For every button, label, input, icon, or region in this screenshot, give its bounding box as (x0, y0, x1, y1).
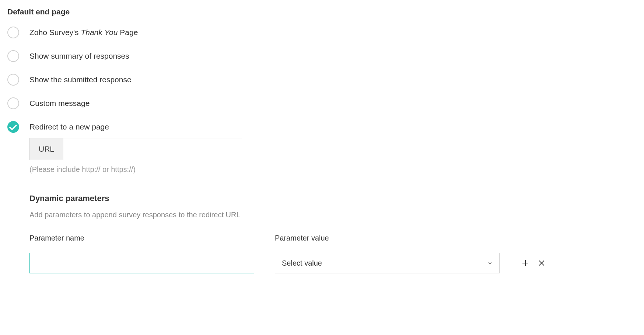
remove-param-button[interactable] (536, 258, 547, 268)
radio-option-submitted[interactable]: Show the submitted response (7, 74, 637, 86)
radio-label: Show the submitted response (29, 75, 132, 84)
radio-icon (7, 50, 19, 62)
radio-label: Redirect to a new page (29, 122, 109, 131)
radio-icon (7, 27, 19, 38)
radio-icon (7, 97, 19, 109)
url-input[interactable] (63, 138, 243, 160)
param-value-select[interactable]: Select value (275, 253, 500, 273)
radio-option-redirect[interactable]: Redirect to a new page (7, 121, 637, 133)
radio-icon-selected (7, 121, 19, 133)
close-icon (538, 259, 546, 267)
label-prefix: Zoho Survey's (29, 28, 81, 37)
section-title: Default end page (7, 7, 637, 16)
dynamic-params-desc: Add parameters to append survey response… (29, 211, 637, 219)
select-placeholder: Select value (282, 259, 322, 267)
radio-label: Custom message (29, 99, 90, 108)
chevron-down-icon (487, 260, 493, 266)
label-suffix: Page (118, 28, 138, 37)
url-hint: (Please include http:// or https://) (29, 165, 637, 174)
add-param-button[interactable] (520, 258, 531, 268)
param-row: Parameter name Parameter value Select va… (29, 234, 637, 273)
dynamic-params-title: Dynamic parameters (29, 194, 637, 203)
radio-icon (7, 74, 19, 86)
radio-option-thank-you[interactable]: Zoho Survey's Thank You Page (7, 27, 637, 38)
radio-label: Show summary of responses (29, 52, 129, 61)
radio-option-summary[interactable]: Show summary of responses (7, 50, 637, 62)
radio-option-custom[interactable]: Custom message (7, 97, 637, 109)
param-value-label: Parameter value (275, 234, 500, 242)
url-field-group: URL (29, 138, 243, 160)
url-prefix-label: URL (30, 138, 63, 160)
plus-icon (521, 259, 530, 267)
radio-label: Zoho Survey's Thank You Page (29, 28, 138, 37)
param-name-label: Parameter name (29, 234, 254, 242)
param-name-input[interactable] (29, 253, 254, 273)
label-italic: Thank You (81, 28, 118, 37)
